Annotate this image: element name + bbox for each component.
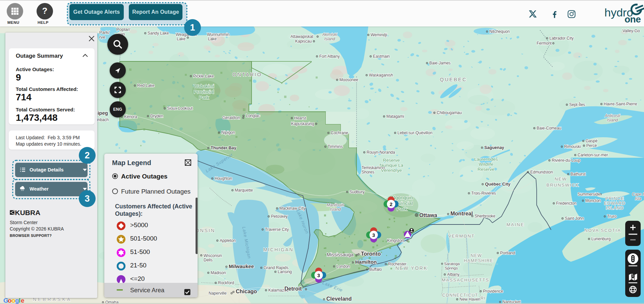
svg-text:Houghton: Houghton	[215, 176, 232, 181]
svg-text:ISLAND: ISLAND	[606, 206, 624, 210]
svg-text:Milwaukee: Milwaukee	[229, 263, 254, 269]
svg-text:EDWARD: EDWARD	[604, 201, 626, 206]
svg-text:NEW: NEW	[471, 253, 482, 258]
svg-text:Fredericton: Fredericton	[556, 201, 577, 206]
svg-text:Longlac: Longlac	[246, 113, 260, 118]
svg-text:Thunder Bay: Thunder Bay	[211, 146, 236, 150]
svg-text:Lake: Lake	[208, 37, 217, 41]
svg-text:Detroit: Detroit	[284, 286, 302, 292]
svg-text:Red Lake: Red Lake	[137, 83, 155, 88]
svg-text:Carleton-sur-mer: Carleton-sur-mer	[578, 153, 608, 157]
svg-text:Dryden: Dryden	[150, 114, 163, 118]
svg-text:RI: RI	[481, 296, 486, 301]
svg-text:Eastmain: Eastmain	[373, 54, 390, 59]
svg-text:3: 3	[372, 232, 375, 238]
svg-text:3: 3	[317, 272, 320, 278]
svg-text:HAMPSHIRE: HAMPSHIRE	[464, 258, 493, 263]
svg-text:Kenora: Kenora	[124, 114, 137, 119]
svg-text:Laurentides: Laurentides	[474, 157, 498, 162]
svg-text:Labrador City: Labrador City	[549, 36, 574, 41]
svg-text:New Haven: New Haven	[460, 297, 480, 302]
svg-text:Baie-James: Baie-James	[429, 61, 450, 65]
svg-text:Wabakimi: Wabakimi	[194, 84, 214, 89]
svg-text:Island: Island	[324, 37, 335, 41]
svg-text:Hamilton: Hamilton	[355, 259, 377, 265]
svg-text:Fort Albany: Fort Albany	[319, 54, 340, 59]
svg-text:Sherbrooke: Sherbrooke	[475, 214, 495, 218]
svg-text:Toronto: Toronto	[361, 251, 381, 257]
svg-text:Fermont: Fermont	[537, 41, 552, 46]
svg-text:Island: Island	[330, 207, 341, 212]
svg-text:ONTARIO: ONTARIO	[232, 71, 262, 77]
svg-text:Rockford: Rockford	[218, 281, 234, 285]
svg-text:Wemindji: Wemindji	[371, 33, 387, 37]
svg-text:Island: Island	[607, 118, 618, 122]
svg-text:MASSACHUSETTS: MASSACHUSETTS	[442, 277, 489, 283]
svg-text:Saint John: Saint John	[565, 216, 584, 221]
svg-text:Edmundston: Edmundston	[530, 170, 553, 174]
svg-text:Provincial: Provincial	[194, 89, 214, 95]
svg-text:Summerside: Summerside	[578, 192, 600, 197]
svg-text:QUEBEC: QUEBEC	[440, 77, 467, 82]
svg-text:KUBRA: KUBRA	[15, 209, 41, 216]
svg-text:Nipigon: Nipigon	[221, 130, 235, 135]
svg-text:Reserve: Reserve	[478, 167, 494, 172]
svg-text:Bathurst: Bathurst	[571, 172, 586, 176]
svg-text:Havre-Saint-Pierre: Havre-Saint-Pierre	[604, 102, 637, 106]
svg-text:rve: rve	[99, 35, 105, 40]
svg-text:NEW: NEW	[555, 176, 567, 182]
svg-text:Sept-Îles: Sept-Îles	[569, 102, 585, 107]
svg-text:Cape I: Cape I	[632, 192, 644, 197]
svg-text:Nitchequon: Nitchequon	[489, 29, 510, 34]
svg-text:Rivière-du-Loup: Rivière-du-Loup	[552, 158, 581, 163]
svg-text:London: London	[336, 264, 350, 269]
svg-text:Lebel-sur-Quévillon: Lebel-sur-Quévillon	[397, 131, 432, 135]
svg-text:Ottawa: Ottawa	[419, 212, 437, 218]
svg-text:Dells: Dells	[204, 258, 213, 262]
svg-text:Cleveland: Cleveland	[326, 296, 352, 302]
svg-text:Akimiski: Akimiski	[322, 32, 337, 37]
svg-text:Lake: Lake	[177, 37, 185, 41]
svg-text:Appleton: Appleton	[220, 238, 235, 243]
svg-text:Lansing: Lansing	[278, 269, 292, 274]
svg-text:Wisconsin: Wisconsin	[204, 253, 222, 258]
svg-text:Kapuskasing: Kapuskasing	[291, 121, 314, 126]
svg-text:Vérendrye: Vérendrye	[381, 168, 402, 173]
svg-text:l: l	[19, 297, 20, 304]
svg-text:Rimouski: Rimouski	[564, 144, 581, 149]
svg-text:Matagami: Matagami	[386, 114, 404, 119]
svg-text:Rouyn-Noranda: Rouyn-Noranda	[367, 150, 395, 155]
svg-text:Chicago: Chicago	[236, 289, 257, 294]
svg-text:Park: Park	[397, 206, 407, 212]
svg-text:o: o	[11, 297, 15, 304]
svg-text:VERMONT: VERMONT	[448, 234, 475, 239]
svg-text:Pickle Lake: Pickle Lake	[193, 74, 214, 79]
svg-text:Timmins: Timmins	[328, 144, 343, 149]
svg-text:Providence: Providence	[483, 289, 503, 294]
svg-text:Anticosti: Anticosti	[604, 113, 620, 118]
svg-text:PRINCE: PRINCE	[605, 196, 624, 201]
svg-text:Portland: Portland	[500, 251, 515, 255]
svg-text:g: g	[15, 297, 19, 304]
svg-text:MAINE: MAINE	[506, 222, 525, 227]
svg-text:Wunnummin: Wunnummin	[207, 32, 229, 37]
svg-text:Mackinaw City: Mackinaw City	[279, 206, 305, 211]
svg-text:o: o	[8, 297, 12, 304]
svg-text:Manitouin: Manitouin	[327, 203, 344, 207]
svg-text:Isla: Isla	[635, 196, 641, 201]
svg-text:Sioux Lookout: Sioux Lookout	[167, 106, 193, 111]
svg-text:Cochrane: Cochrane	[331, 131, 348, 135]
svg-text:Montreal: Montreal	[450, 211, 473, 216]
svg-text:Petoskey: Petoskey	[271, 214, 287, 219]
svg-text:Chibougamau: Chibougamau	[437, 110, 462, 115]
svg-text:Réserve: Réserve	[383, 158, 400, 163]
svg-text:Poplar/: Poplar/	[116, 27, 130, 32]
svg-text:Mississauga: Mississauga	[327, 252, 354, 257]
svg-text:Sudbury: Sudbury	[350, 190, 365, 194]
svg-text:Percé: Percé	[586, 143, 597, 148]
svg-text:Traverse City: Traverse City	[265, 227, 289, 232]
svg-text:Saguenay: Saguenay	[484, 145, 504, 150]
svg-text:Lunenburg: Lunenburg	[591, 237, 610, 241]
svg-text:Rochester: Rochester	[388, 262, 407, 266]
svg-text:Sandy Lake: Sandy Lake	[148, 31, 169, 36]
